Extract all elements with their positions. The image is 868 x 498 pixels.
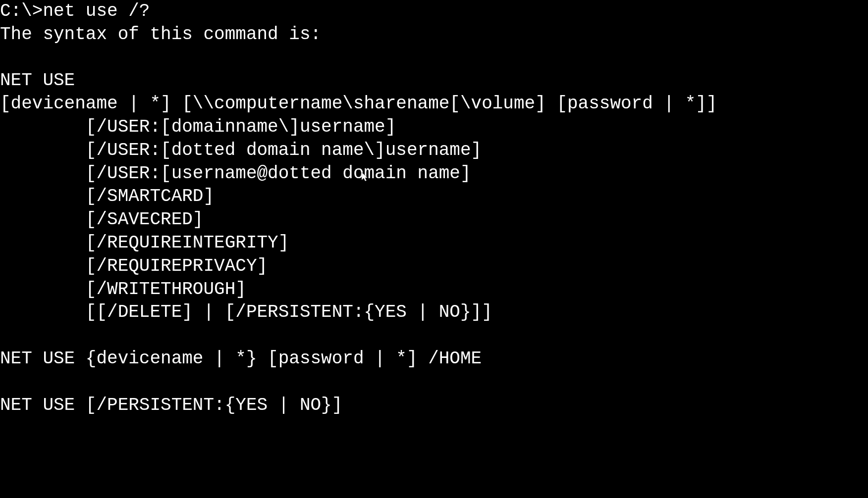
- command-input: net use /?: [43, 1, 150, 21]
- output-line: [/USER:[username@dotted domain name]: [0, 163, 471, 184]
- output-line: NET USE [/PERSISTENT:{YES | NO}]: [0, 395, 342, 415]
- terminal-window[interactable]: C:\>net use /?The syntax of this command…: [0, 0, 868, 417]
- output-line: [/REQUIREINTEGRITY]: [0, 233, 289, 253]
- output-line: [/USER:[domainname\]username]: [0, 117, 396, 137]
- output-line: The syntax of this command is:: [0, 24, 321, 45]
- output-line: [devicename | *] [\\computername\sharena…: [0, 94, 717, 114]
- output-line: [/WRITETHROUGH]: [0, 279, 246, 299]
- output-line: [/SMARTCARD]: [0, 186, 214, 206]
- output-line: [/REQUIREPRIVACY]: [0, 256, 268, 276]
- command-prompt: C:\>: [0, 1, 43, 21]
- output-line: [/USER:[dotted domain name\]username]: [0, 140, 482, 160]
- output-line: [[/DELETE] | [/PERSISTENT:{YES | NO}]]: [0, 302, 492, 322]
- output-line: [/SAVECRED]: [0, 209, 203, 230]
- output-line: NET USE: [0, 70, 75, 91]
- output-line: NET USE {devicename | *} [password | *] …: [0, 349, 482, 369]
